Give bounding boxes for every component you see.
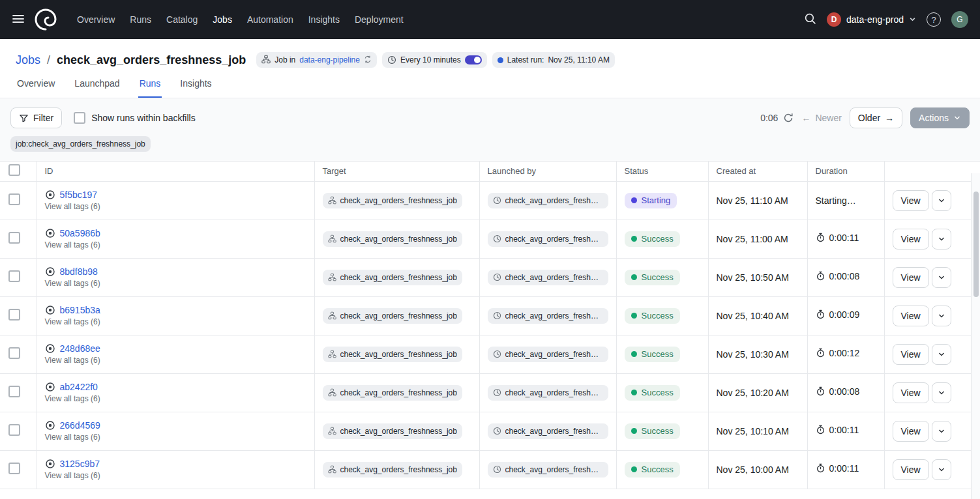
launched-by-chip[interactable]: check_avg_orders_freshn… — [488, 231, 608, 247]
view-run-button[interactable]: View — [893, 382, 929, 403]
actions-button[interactable]: Actions — [910, 107, 970, 128]
view-run-dropdown-button[interactable] — [932, 267, 951, 288]
schedule-toggle[interactable] — [465, 55, 482, 64]
view-run-dropdown-button[interactable] — [932, 229, 951, 250]
table-row: b6915b3a View all tags (6) check_avg_ord… — [0, 296, 971, 335]
run-id-link[interactable]: 266d4569 — [60, 420, 100, 431]
target-chip[interactable]: check_avg_orders_freshness_job — [323, 308, 462, 324]
chevron-down-icon — [938, 350, 945, 358]
view-run-button[interactable]: View — [893, 459, 929, 480]
row-checkbox[interactable] — [8, 309, 20, 321]
target-chip[interactable]: check_avg_orders_freshness_job — [323, 385, 462, 401]
row-checkbox[interactable] — [8, 463, 20, 474]
filter-button[interactable]: Filter — [10, 107, 62, 128]
deployment-switcher[interactable]: D data-eng-prod — [827, 12, 916, 27]
help-button[interactable]: ? — [927, 12, 941, 27]
tab-launchpad[interactable]: Launchpad — [73, 78, 121, 98]
run-icon — [45, 382, 55, 392]
backfills-checkbox[interactable] — [74, 112, 85, 124]
nav-item-catalog[interactable]: Catalog — [164, 10, 200, 29]
vertical-scrollbar[interactable] — [971, 173, 980, 499]
view-run-dropdown-button[interactable] — [932, 344, 951, 365]
launched-by-chip[interactable]: check_avg_orders_freshn… — [488, 462, 608, 478]
nav-item-overview[interactable]: Overview — [74, 10, 117, 29]
code-location-link[interactable]: data-eng-pipeline — [299, 55, 360, 64]
launched-by-chip[interactable]: check_avg_orders_freshn… — [488, 193, 608, 208]
view-all-tags-link[interactable]: View all tags (6) — [45, 471, 100, 480]
latest-run-time-link[interactable]: Nov 25, 11:10 AM — [548, 55, 610, 64]
view-run-dropdown-button[interactable] — [932, 421, 951, 442]
view-run-dropdown-button[interactable] — [932, 459, 951, 480]
table-row: 3125c9b7 View all tags (6) check_avg_ord… — [0, 450, 971, 489]
refresh-button[interactable] — [783, 113, 794, 123]
row-checkbox[interactable] — [8, 232, 20, 244]
breadcrumb-jobs-link[interactable]: Jobs — [16, 53, 40, 67]
search-button[interactable] — [804, 12, 816, 27]
launched-by-chip[interactable]: check_avg_orders_freshn… — [488, 347, 608, 362]
nav-item-runs[interactable]: Runs — [127, 10, 154, 29]
target-chip[interactable]: check_avg_orders_freshness_job — [323, 423, 462, 439]
view-run-button[interactable]: View — [893, 344, 929, 365]
run-id-link[interactable]: 3125c9b7 — [60, 459, 100, 469]
view-all-tags-link[interactable]: View all tags (6) — [45, 240, 100, 250]
tab-runs[interactable]: Runs — [138, 78, 162, 98]
created-at: Nov 25, 10:10 AM — [717, 426, 789, 436]
job-icon — [328, 388, 336, 397]
nav-item-jobs[interactable]: Jobs — [210, 10, 235, 29]
view-all-tags-link[interactable]: View all tags (6) — [45, 433, 100, 442]
run-id-link[interactable]: 50a5986b — [60, 228, 100, 238]
view-all-tags-link[interactable]: View all tags (6) — [45, 202, 100, 211]
run-id-link[interactable]: 5f5bc197 — [60, 190, 98, 200]
view-run-button[interactable]: View — [893, 306, 929, 326]
nav-item-deployment[interactable]: Deployment — [352, 10, 406, 29]
row-checkbox[interactable] — [8, 347, 20, 359]
tab-overview[interactable]: Overview — [16, 78, 56, 98]
view-all-tags-link[interactable]: View all tags (6) — [45, 356, 100, 365]
target-chip[interactable]: check_avg_orders_freshness_job — [323, 462, 462, 478]
row-checkbox[interactable] — [8, 424, 20, 436]
target-chip[interactable]: check_avg_orders_freshness_job — [323, 270, 462, 285]
run-id-link[interactable]: b6915b3a — [60, 305, 100, 315]
view-run-dropdown-button[interactable] — [932, 190, 951, 211]
view-run-dropdown-button[interactable] — [932, 306, 951, 326]
user-avatar[interactable]: G — [951, 11, 968, 28]
launched-by-chip[interactable]: check_avg_orders_freshn… — [488, 308, 608, 324]
nav-item-insights[interactable]: Insights — [306, 10, 342, 29]
run-icon — [45, 343, 55, 354]
view-run-button[interactable]: View — [893, 267, 929, 288]
view-run-button[interactable]: View — [893, 421, 929, 442]
tab-insights[interactable]: Insights — [179, 78, 213, 98]
nav-item-automation[interactable]: Automation — [245, 10, 296, 29]
deployment-name: data-eng-prod — [846, 14, 904, 25]
run-id-link[interactable]: 248d68ee — [60, 343, 100, 354]
target-chip[interactable]: check_avg_orders_freshness_job — [323, 231, 462, 247]
view-run-button[interactable]: View — [893, 229, 929, 250]
run-id-link[interactable]: 8bdf8b98 — [60, 266, 98, 277]
launched-by-chip[interactable]: check_avg_orders_freshn… — [488, 423, 608, 439]
status-dot-icon — [631, 351, 637, 357]
row-checkbox[interactable] — [8, 386, 20, 397]
row-checkbox[interactable] — [8, 193, 20, 205]
launched-by-chip[interactable]: check_avg_orders_freshn… — [488, 385, 608, 401]
run-icon — [45, 190, 55, 200]
view-all-tags-link[interactable]: View all tags (6) — [45, 279, 100, 288]
view-run-dropdown-button[interactable] — [932, 382, 951, 403]
newer-button[interactable]: ← Newer — [801, 113, 841, 123]
select-all-checkbox[interactable] — [8, 164, 20, 176]
launched-by-chip[interactable]: check_avg_orders_freshn… — [488, 270, 608, 285]
view-all-tags-link[interactable]: View all tags (6) — [45, 394, 100, 403]
older-button[interactable]: Older → — [850, 107, 902, 128]
run-id-link[interactable]: ab2422f0 — [60, 382, 98, 392]
scrollbar-thumb[interactable] — [973, 192, 979, 297]
row-checkbox[interactable] — [8, 270, 20, 282]
target-chip[interactable]: check_avg_orders_freshness_job — [323, 193, 462, 208]
view-all-tags-link[interactable]: View all tags (6) — [45, 317, 100, 326]
target-chip[interactable]: check_avg_orders_freshness_job — [323, 347, 462, 362]
runs-controls-section: Filter Show runs within backfills 0:06 ←… — [0, 98, 980, 162]
chevron-down-icon — [938, 312, 945, 320]
dagster-logo-icon[interactable] — [34, 8, 57, 31]
view-run-button[interactable]: View — [893, 190, 929, 211]
job-filter-tag[interactable]: job:check_avg_orders_freshness_job — [10, 136, 151, 152]
hamburger-menu-button[interactable] — [12, 12, 25, 27]
schedule-clock-icon — [493, 273, 501, 281]
